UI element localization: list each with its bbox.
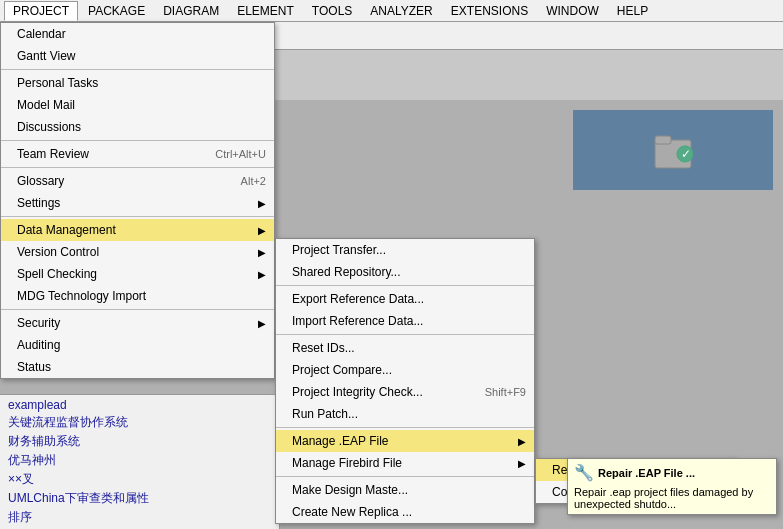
menu-analyzer[interactable]: ANALYZER: [362, 2, 440, 20]
menu-diagram[interactable]: DIAGRAM: [155, 2, 227, 20]
menu-project[interactable]: PROJECT: [4, 1, 78, 21]
list-item-7[interactable]: 排序: [4, 508, 275, 527]
list-item-3[interactable]: 财务辅助系统: [4, 432, 275, 451]
divider-5: [1, 309, 274, 310]
inner-panel: ✓: [573, 110, 773, 190]
list-item-5[interactable]: ××叉: [4, 470, 275, 489]
svg-rect-1: [655, 136, 671, 144]
menu-calendar[interactable]: Calendar: [1, 23, 274, 45]
menu-shared-repository[interactable]: Shared Repository...: [276, 261, 534, 283]
list-item-4[interactable]: 优马神州: [4, 451, 275, 470]
divider-3: [1, 167, 274, 168]
list-item-1[interactable]: examplead: [4, 397, 275, 413]
svg-text:✓: ✓: [681, 147, 691, 161]
dm-divider-1: [276, 285, 534, 286]
menu-project-integrity[interactable]: Project Integrity Check... Shift+F9: [276, 381, 534, 403]
project-list: examplead 关键流程监督协作系统 财务辅助系统 优马神州 ××叉 UML…: [0, 394, 280, 529]
repair-tooltip-desc: Repair .eap project files damaged by une…: [574, 486, 770, 510]
list-item-6[interactable]: UMLChina下审查类和属性: [4, 489, 275, 508]
data-management-dropdown: Project Transfer... Shared Repository...…: [275, 238, 535, 524]
dm-divider-3: [276, 427, 534, 428]
menu-import-ref[interactable]: Import Reference Data...: [276, 310, 534, 332]
menu-package[interactable]: PACKAGE: [80, 2, 153, 20]
menu-version-control[interactable]: Version Control ▶: [1, 241, 274, 263]
menu-run-patch[interactable]: Run Patch...: [276, 403, 534, 425]
menu-auditing[interactable]: Auditing: [1, 334, 274, 356]
menu-mdg-import[interactable]: MDG Technology Import: [1, 285, 274, 307]
divider-1: [1, 69, 274, 70]
menu-status[interactable]: Status: [1, 356, 274, 378]
menu-extensions[interactable]: EXTENSIONS: [443, 2, 536, 20]
menu-data-management[interactable]: Data Management ▶: [1, 219, 274, 241]
menubar: PROJECT PACKAGE DIAGRAM ELEMENT TOOLS AN…: [0, 0, 783, 22]
menu-glossary[interactable]: Glossary Alt+2: [1, 170, 274, 192]
divider-4: [1, 216, 274, 217]
list-item-2[interactable]: 关键流程监督协作系统: [4, 413, 275, 432]
menu-gantt[interactable]: Gantt View: [1, 45, 274, 67]
menu-project-transfer[interactable]: Project Transfer...: [276, 239, 534, 261]
menu-discussions[interactable]: Discussions: [1, 116, 274, 138]
menu-element[interactable]: ELEMENT: [229, 2, 302, 20]
menu-export-ref[interactable]: Export Reference Data...: [276, 288, 534, 310]
dm-divider-2: [276, 334, 534, 335]
menu-manage-firebird[interactable]: Manage Firebird File ▶: [276, 452, 534, 474]
menu-make-design-master[interactable]: Make Design Maste...: [276, 479, 534, 501]
menu-personal-tasks[interactable]: Personal Tasks: [1, 72, 274, 94]
divider-2: [1, 140, 274, 141]
menu-manage-eap[interactable]: Manage .EAP File ▶: [276, 430, 534, 452]
menu-tools[interactable]: TOOLS: [304, 2, 360, 20]
repair-tooltip-title: 🔧 Repair .EAP File ...: [574, 463, 770, 482]
menu-spell-checking[interactable]: Spell Checking ▶: [1, 263, 274, 285]
menu-create-new-replica[interactable]: Create New Replica ...: [276, 501, 534, 523]
menu-settings[interactable]: Settings ▶: [1, 192, 274, 214]
menu-security[interactable]: Security ▶: [1, 312, 274, 334]
folder-icon: ✓: [653, 130, 693, 170]
repair-icon: 🔧: [574, 463, 594, 482]
menu-window[interactable]: WINDOW: [538, 2, 607, 20]
menu-reset-ids[interactable]: Reset IDs...: [276, 337, 534, 359]
menu-team-review[interactable]: Team Review Ctrl+Alt+U: [1, 143, 274, 165]
project-dropdown: Calendar Gantt View Personal Tasks Model…: [0, 22, 275, 379]
dm-divider-4: [276, 476, 534, 477]
repair-tooltip: 🔧 Repair .EAP File ... Repair .eap proje…: [567, 458, 777, 515]
menu-help[interactable]: HELP: [609, 2, 656, 20]
menu-project-compare[interactable]: Project Compare...: [276, 359, 534, 381]
menu-model-mail[interactable]: Model Mail: [1, 94, 274, 116]
